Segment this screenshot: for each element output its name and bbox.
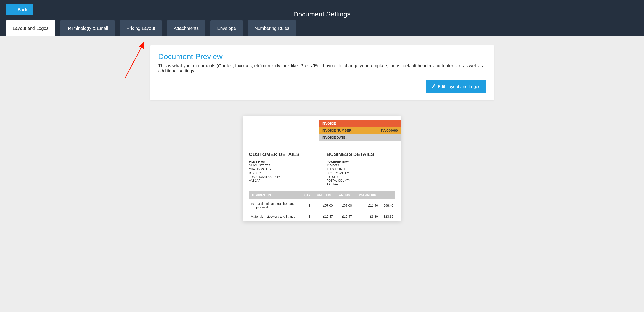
cell-unit: £57.00 [312,199,334,212]
cell-total: £23.36 [380,212,395,221]
tab-attachments[interactable]: Attachments [167,20,206,36]
business-line4: BIG CITY [326,175,395,179]
th-unit-cost: UNIT COST [312,191,334,199]
invoice-number-label: INVOICE NUMBER: [322,128,353,132]
th-qty: QTY [301,191,312,199]
cell-qty: 1 [301,199,312,212]
customer-details: CUSTOMER DETAILS FILMS R US 3 HIGH STREE… [249,151,318,186]
invoice-date-label: INVOICE DATE: [322,135,347,139]
business-line1: 12345678 [326,164,395,168]
business-line2: 1 HIGH STREET [326,168,395,171]
cell-vat: £3.89 [354,212,380,221]
th-vat-amount: VAT AMOUNT [354,191,380,199]
table-row: Materials - pipework and fittings 1 £19.… [249,212,395,221]
business-line3: CRAFTY VALLEY [326,171,395,175]
page-title: Document Settings [293,11,350,18]
preview-heading: Document Preview [158,52,486,61]
th-amount: AMOUNT [335,191,354,199]
invoice-header-bars: INVOICE INVOICE NUMBER: INV000000 INVOIC… [318,120,401,141]
tabs-bar: Layout and Logos Terminology & Email Pri… [0,20,644,36]
back-label: Back [18,7,27,12]
customer-line4: TRADITIONAL COUNTY [249,175,318,179]
invoice-label: INVOICE [322,121,336,125]
business-line5: POSTAL COUNTY [326,179,395,183]
customer-name: FILMS R US [249,160,318,164]
invoice-date-bar: INVOICE DATE: [318,134,401,141]
table-header-row: DESCRIPTION QTY UNIT COST AMOUNT VAT AMO… [249,191,395,199]
cell-unit: £19.47 [312,212,334,221]
pencil-icon [431,84,436,89]
preview-card: Document Preview This is what your docum… [150,45,494,100]
tab-pricing-layout[interactable]: Pricing Layout [120,20,162,36]
customer-line2: CRAFTY VALLEY [249,168,318,171]
customer-line1: 3 HIGH STREET [249,164,318,168]
th-description: DESCRIPTION [249,191,301,199]
business-details: BUSINESS DETAILS POWERED NOW 12345678 1 … [326,151,395,186]
cell-vat: £11.40 [354,199,380,212]
back-button[interactable]: ← Back [6,4,33,15]
tab-layout-and-logos[interactable]: Layout and Logos [6,20,55,36]
invoice-number-bar: INVOICE NUMBER: INV000000 [318,127,401,134]
invoice-label-bar: INVOICE [318,120,401,127]
preview-description: This is what your documents (Quotes, Inv… [158,63,486,74]
edit-layout-button[interactable]: Edit Layout and Logos [426,80,486,93]
invoice-number-value: INV000000 [381,128,398,132]
business-line6: AA1 1AA [326,183,395,186]
cell-desc: Materials - pipework and fittings [249,212,301,221]
cell-amount: £57.00 [335,199,354,212]
cell-qty: 1 [301,212,312,221]
cell-amount: £19.47 [335,212,354,221]
cell-desc: To install sink unit, gas hob and run pi… [249,199,301,212]
header-bar: ← Back Document Settings [0,0,644,20]
cell-total: £68.40 [380,199,395,212]
table-row: To install sink unit, gas hob and run pi… [249,199,395,212]
arrow-left-icon: ← [12,7,16,12]
tab-envelope[interactable]: Envelope [210,20,243,36]
edit-layout-label: Edit Layout and Logos [438,84,480,89]
document-preview: INVOICE INVOICE NUMBER: INV000000 INVOIC… [243,116,401,221]
line-items-table: DESCRIPTION QTY UNIT COST AMOUNT VAT AMO… [249,191,395,221]
th-total [380,191,395,199]
tab-terminology-email[interactable]: Terminology & Email [60,20,115,36]
tab-numbering-rules[interactable]: Numbering Rules [248,20,296,36]
business-name: POWERED NOW [326,160,395,164]
customer-line3: BIG CITY [249,171,318,175]
business-heading: BUSINESS DETAILS [326,151,395,158]
content-area: Document Preview This is what your docum… [0,36,644,230]
customer-line5: AA1 1AA [249,179,318,183]
customer-heading: CUSTOMER DETAILS [249,151,318,158]
details-columns: CUSTOMER DETAILS FILMS R US 3 HIGH STREE… [249,151,395,186]
